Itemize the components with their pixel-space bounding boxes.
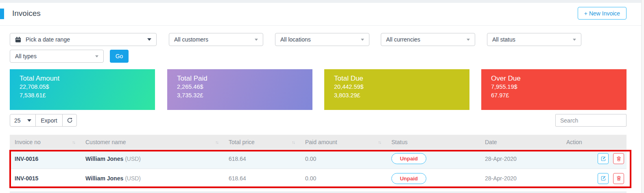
partial-next-row — [10, 191, 627, 193]
card-gbp-value: 3,803.29£ — [334, 91, 460, 100]
card-title: Total Paid — [177, 75, 303, 83]
column-header-invoice-no[interactable]: Invoice no ↑↓ — [10, 135, 81, 149]
status-badge[interactable]: Unpaid — [391, 173, 426, 184]
table-row: INV-0016 William Jones (USD) 618.64 0.00… — [10, 149, 627, 169]
total-price-cell: 618.64 — [224, 149, 300, 169]
card-title: Total Due — [334, 75, 460, 83]
top-strip — [0, 0, 644, 3]
column-header-action: Action — [561, 135, 627, 149]
search-input[interactable] — [555, 114, 627, 127]
customer-name: William Jones — [85, 156, 123, 162]
locations-label: All locations — [280, 36, 311, 43]
over-due-card: Over Due 7,955.19$ 67.97£ — [481, 69, 627, 110]
status-badge[interactable]: Unpaid — [391, 153, 426, 164]
column-header-customer-name[interactable]: Customer name ↑↓ — [81, 135, 224, 149]
customer-name: William Jones — [85, 175, 123, 182]
total-price-cell: 618.64 — [224, 169, 300, 188]
customer-currency: (USD) — [125, 175, 141, 182]
paid-amount-cell: 0.00 — [300, 149, 386, 169]
types-label: All types — [15, 53, 37, 59]
date-range-label: Pick a date range — [26, 36, 70, 43]
customers-select[interactable]: All customers — [169, 33, 263, 46]
page-size-value: 25 — [14, 117, 21, 124]
invoices-page: Invoices + New Invoice Pick a date range… — [0, 0, 644, 193]
date-cell: 28-Apr-2020 — [480, 169, 561, 188]
chevron-down-icon — [255, 39, 258, 41]
trash-icon — [616, 175, 622, 181]
refresh-button[interactable] — [62, 114, 77, 127]
card-usd-value: 20,442.59$ — [334, 83, 460, 91]
edit-icon — [600, 156, 606, 162]
card-title: Over Due — [491, 75, 617, 83]
chevron-down-icon — [95, 55, 98, 57]
refresh-icon — [67, 117, 73, 123]
title-accent-bar — [0, 9, 4, 19]
currencies-label: All currencies — [386, 36, 420, 43]
currencies-select[interactable]: All currencies — [381, 33, 475, 46]
card-usd-value: 7,955.19$ — [491, 83, 617, 91]
customer-cell: William Jones (USD) — [81, 169, 224, 188]
paid-amount-cell: 0.00 — [300, 169, 386, 188]
sort-icon[interactable]: ↑↓ — [215, 140, 218, 145]
calendar-icon — [15, 37, 21, 43]
header-divider — [0, 25, 644, 26]
table-controls: 25 Export — [10, 114, 77, 127]
column-header-date: Date — [480, 135, 561, 149]
delete-button[interactable] — [613, 173, 624, 184]
go-button[interactable]: Go — [110, 50, 129, 63]
types-select[interactable]: All types — [10, 50, 104, 63]
chevron-down-icon — [27, 119, 31, 122]
customers-label: All customers — [174, 36, 208, 43]
total-amount-card: Total Amount 22,708.05$ 7,538.61£ — [10, 69, 155, 110]
column-header-status: Status — [386, 135, 480, 149]
status-cell: Unpaid — [386, 149, 480, 169]
chevron-down-icon — [361, 39, 364, 41]
table-header-row: Invoice no ↑↓ Customer name ↑↓ Total pri… — [10, 135, 627, 149]
card-title: Total Amount — [20, 75, 145, 83]
customer-currency: (USD) — [125, 156, 141, 162]
action-cell — [561, 169, 627, 188]
card-usd-value: 2,265.46$ — [177, 83, 303, 91]
card-gbp-value: 7,538.61£ — [20, 91, 145, 100]
total-paid-card: Total Paid 2,265.46$ 3,735.32£ — [167, 69, 312, 110]
chevron-down-icon — [467, 39, 470, 41]
chevron-down-icon — [147, 38, 151, 41]
locations-select[interactable]: All locations — [275, 33, 369, 46]
delete-button[interactable] — [613, 153, 624, 164]
customer-cell: William Jones (USD) — [81, 149, 224, 169]
card-gbp-value: 3,735.32£ — [177, 91, 303, 100]
invoice-no-cell: INV-0015 — [10, 169, 81, 188]
sort-icon[interactable]: ↑↓ — [292, 140, 295, 145]
action-cell — [561, 149, 627, 169]
table-row: INV-0015 William Jones (USD) 618.64 0.00… — [10, 169, 627, 188]
total-due-card: Total Due 20,442.59$ 3,803.29£ — [324, 69, 469, 110]
new-invoice-button[interactable]: + New Invoice — [578, 7, 627, 20]
card-gbp-value: 67.97£ — [491, 91, 617, 100]
status-select[interactable]: All status — [487, 33, 581, 46]
page-title: Invoices — [12, 9, 41, 18]
card-usd-value: 22,708.05$ — [20, 83, 145, 91]
date-cell: 28-Apr-2020 — [480, 149, 561, 169]
sort-icon[interactable]: ↑↓ — [378, 140, 381, 145]
edit-button[interactable] — [598, 153, 609, 164]
page-size-select[interactable]: 25 — [10, 114, 36, 127]
status-cell: Unpaid — [386, 169, 480, 188]
export-button[interactable]: Export — [35, 114, 63, 127]
export-label: Export — [41, 117, 57, 124]
date-range-select[interactable]: Pick a date range — [10, 33, 157, 46]
edit-icon — [600, 175, 606, 181]
chevron-down-icon — [573, 39, 576, 41]
scrollbar[interactable] — [641, 0, 644, 193]
invoices-table: Invoice no ↑↓ Customer name ↑↓ Total pri… — [10, 135, 627, 189]
sort-icon[interactable]: ↑↓ — [72, 140, 75, 145]
invoice-no-cell: INV-0016 — [10, 149, 81, 169]
edit-button[interactable] — [598, 173, 609, 184]
trash-icon — [616, 156, 622, 162]
column-header-paid-amount[interactable]: Paid amount ↑↓ — [300, 135, 386, 149]
status-label: All status — [492, 36, 515, 43]
column-header-total-price[interactable]: Total price ↑↓ — [224, 135, 300, 149]
